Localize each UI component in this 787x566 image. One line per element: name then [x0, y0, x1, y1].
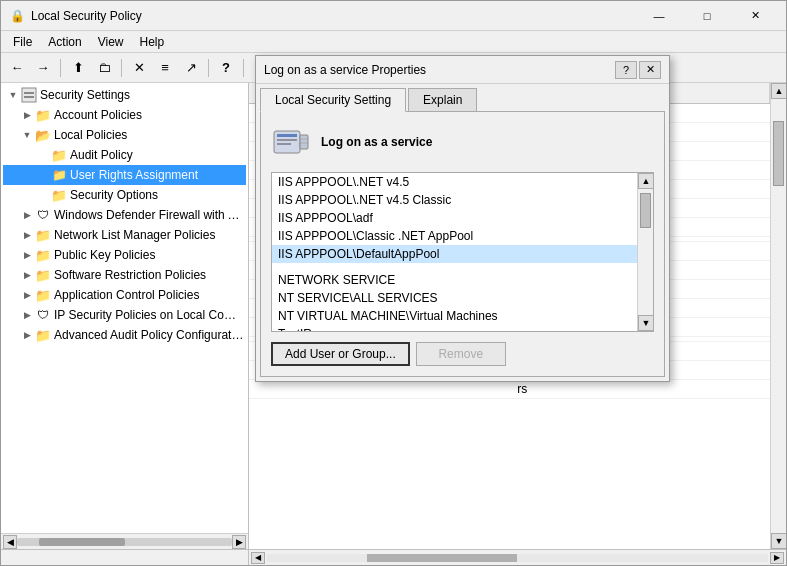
vscroll-up[interactable]: ▲	[771, 83, 786, 99]
export-button[interactable]: ↗	[179, 57, 203, 79]
dialog-title-bar: Log on as a service Properties ? ✕	[256, 56, 669, 84]
folder-account-icon: 📁	[35, 107, 51, 123]
hscroll-track	[17, 538, 232, 546]
tree-item-software-restriction[interactable]: ▶ 📁 Software Restriction Policies	[3, 265, 246, 285]
list-item[interactable]: NT SERVICE\ALL SERVICES	[272, 289, 637, 307]
list-item[interactable]: TestIR	[272, 325, 637, 331]
minimize-button[interactable]: —	[636, 6, 682, 26]
expand-advanced-audit: ▶	[19, 327, 35, 343]
expand-firewall: ▶	[19, 207, 35, 223]
list-item[interactable]: IIS APPPOOL\.NET v4.5	[272, 173, 637, 191]
list-scrollbar[interactable]: ▲▼	[637, 173, 653, 331]
service-icon	[271, 122, 311, 162]
hscroll-left[interactable]: ◀	[3, 535, 17, 549]
list-item[interactable]: IIS APPPOOL\DefaultAppPool	[272, 245, 637, 263]
shield-ip-icon: 🛡	[35, 307, 51, 323]
list-scroll-up[interactable]: ▲	[638, 173, 653, 189]
svg-rect-0	[22, 88, 36, 102]
tree-item-security-settings[interactable]: ▼ Security Settings	[3, 85, 246, 105]
menu-file[interactable]: File	[5, 33, 40, 51]
tree-label-local-policies: Local Policies	[54, 128, 127, 142]
tree-item-local-policies[interactable]: ▼ 📂 Local Policies	[3, 125, 246, 145]
svg-rect-1	[24, 92, 34, 94]
list-item[interactable]: IIS APPPOOL\.NET v4.5 Classic	[272, 191, 637, 209]
tree-item-ip-security[interactable]: ▶ 🛡 IP Security Policies on Local Comput…	[3, 305, 246, 325]
tree-label-public-key: Public Key Policies	[54, 248, 155, 262]
title-bar: 🔒 Local Security Policy — □ ✕	[1, 1, 786, 31]
right-vscrollbar[interactable]: ▲ ▼	[770, 83, 786, 549]
hscroll-bottom-thumb[interactable]	[367, 554, 517, 562]
hscroll-bottom-track	[267, 554, 768, 562]
vscroll-thumb[interactable]	[773, 121, 784, 186]
hscroll-right[interactable]: ▶	[232, 535, 246, 549]
tree-label-firewall: Windows Defender Firewall with Adva...	[54, 208, 244, 222]
delete-button[interactable]: ✕	[127, 57, 151, 79]
expand-network-list: ▶	[19, 227, 35, 243]
properties-button[interactable]: ≡	[153, 57, 177, 79]
list-scroll-down[interactable]: ▼	[638, 315, 653, 331]
menu-help[interactable]: Help	[132, 33, 173, 51]
tree-item-firewall[interactable]: ▶ 🛡 Windows Defender Firewall with Adva.…	[3, 205, 246, 225]
tree-item-app-control[interactable]: ▶ 📁 Application Control Policies	[3, 285, 246, 305]
vscroll-down[interactable]: ▼	[771, 533, 786, 549]
svg-rect-2	[24, 96, 34, 98]
dialog-list-box[interactable]: IIS APPPOOL\.NET v4.5IIS APPPOOL\.NET v4…	[271, 172, 654, 332]
list-item[interactable]: NT VIRTUAL MACHINE\Virtual Machines	[272, 307, 637, 325]
tree-label-network-list: Network List Manager Policies	[54, 228, 215, 242]
window-title: Local Security Policy	[31, 9, 636, 23]
folder-software-restriction-icon: 📁	[35, 267, 51, 283]
tree-item-security-options[interactable]: ▶ 📁 Security Options	[3, 185, 246, 205]
tree-hscrollbar[interactable]: ◀ ▶	[1, 533, 248, 549]
maximize-button[interactable]: □	[684, 6, 730, 26]
remove-button[interactable]: Remove	[416, 342, 506, 366]
folder-button[interactable]: 🗀	[92, 57, 116, 79]
dialog-buttons-row: Add User or Group... Remove	[271, 340, 654, 366]
forward-button[interactable]: →	[31, 57, 55, 79]
dialog-tab-local-security[interactable]: Local Security Setting	[260, 88, 406, 112]
list-item[interactable]: NETWORK SERVICE	[272, 271, 637, 289]
hscroll-thumb[interactable]	[39, 538, 125, 546]
svg-rect-5	[277, 139, 297, 141]
help-toolbar-button[interactable]: ?	[214, 57, 238, 79]
up-button[interactable]: ⬆	[66, 57, 90, 79]
tree-label-security-settings: Security Settings	[40, 88, 130, 102]
tree-content: ▼ Security Settings ▶ 📁 Account Policies…	[1, 83, 248, 533]
tree-item-advanced-audit[interactable]: ▶ 📁 Advanced Audit Policy Configuration	[3, 325, 246, 345]
close-button[interactable]: ✕	[732, 6, 778, 26]
bottom-bar: ◀ ▶	[1, 549, 786, 565]
tree-item-account-policies[interactable]: ▶ 📁 Account Policies	[3, 105, 246, 125]
dialog-close-button[interactable]: ✕	[639, 61, 661, 79]
dialog-title-text: Log on as a service Properties	[264, 63, 615, 77]
setting-cell: rs	[509, 380, 769, 399]
svg-rect-4	[277, 134, 297, 137]
folder-public-key-icon: 📁	[35, 247, 51, 263]
tree-item-audit-policy[interactable]: ▶ 📁 Audit Policy	[3, 145, 246, 165]
list-item[interactable]: IIS APPPOOL\adf	[272, 209, 637, 227]
folder-local-icon: 📂	[35, 127, 51, 143]
list-scroll-thumb[interactable]	[640, 193, 651, 228]
tree-label-account-policies: Account Policies	[54, 108, 142, 122]
tree-item-network-list[interactable]: ▶ 📁 Network List Manager Policies	[3, 225, 246, 245]
dialog-tabs: Local Security Setting Explain	[256, 84, 669, 111]
add-user-group-button[interactable]: Add User or Group...	[271, 342, 410, 366]
tree-label-advanced-audit: Advanced Audit Policy Configuration	[54, 328, 244, 342]
dialog-title-buttons: ? ✕	[615, 61, 661, 79]
tree-item-public-key[interactable]: ▶ 📁 Public Key Policies	[3, 245, 246, 265]
dialog-help-button[interactable]: ?	[615, 61, 637, 79]
folder-advanced-audit-icon: 📁	[35, 327, 51, 343]
dialog-tab-explain[interactable]: Explain	[408, 88, 477, 111]
table-row[interactable]: rs	[249, 380, 770, 399]
list-item[interactable]: IIS APPPOOL\Classic .NET AppPool	[272, 227, 637, 245]
folder-security-options-icon: 📁	[51, 187, 67, 203]
menu-action[interactable]: Action	[40, 33, 89, 51]
tree-item-user-rights[interactable]: ▶ 📁 User Rights Assignment	[3, 165, 246, 185]
service-label-text: Log on as a service	[321, 135, 432, 149]
hscroll-bottom-left[interactable]: ◀	[251, 552, 265, 564]
expand-security-settings: ▼	[5, 87, 21, 103]
back-button[interactable]: ←	[5, 57, 29, 79]
menu-view[interactable]: View	[90, 33, 132, 51]
hscroll-bottom-right[interactable]: ▶	[770, 552, 784, 564]
expand-local-policies: ▼	[19, 127, 35, 143]
expand-ip-security: ▶	[19, 307, 35, 323]
toolbar-sep-2	[121, 59, 122, 77]
